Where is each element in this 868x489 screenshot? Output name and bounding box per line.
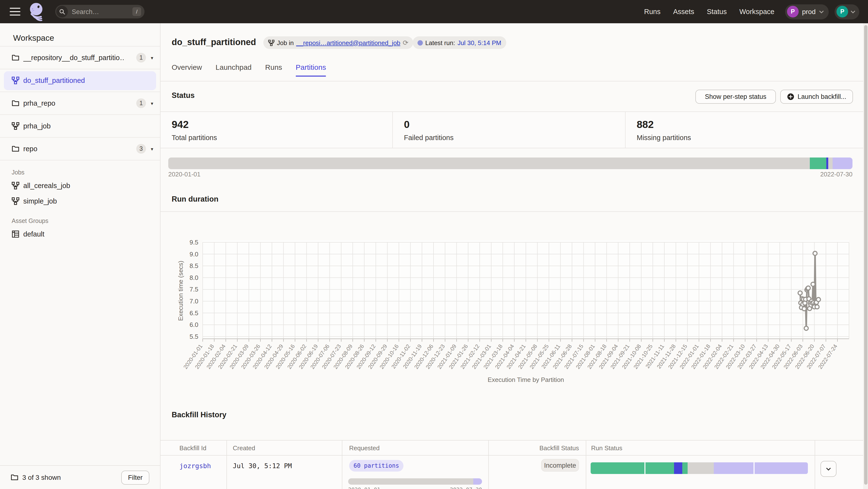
job-origin-tag: Job in __reposi…artitioned@partitioned_j… (263, 36, 413, 49)
filter-button[interactable]: Filter (121, 470, 149, 484)
sidebar-footer: 3 of 3 shown Filter (0, 465, 160, 489)
column-divider (815, 441, 815, 489)
caret-down-icon[interactable]: ▾ (151, 146, 153, 152)
hamburger-menu-icon[interactable] (10, 8, 20, 15)
col-header-run-status: Run Status (591, 445, 622, 452)
job-tag-link[interactable]: __reposi…artitioned@partitioned_job (296, 39, 400, 46)
bar-segment (714, 462, 753, 474)
data-point[interactable] (802, 307, 806, 311)
deployment-switcher[interactable]: P prod (785, 4, 829, 19)
sidebar-jobs-list: all_cereals_jobsimple_job (0, 178, 160, 209)
requested-partitions-bar (348, 478, 482, 485)
tab-partitions[interactable]: Partitions (296, 63, 326, 76)
plus-circle-icon (787, 93, 794, 100)
stat-label: Missing partitions (637, 134, 868, 141)
caret-down-icon[interactable]: ▾ (151, 101, 153, 106)
nav-link-assets[interactable]: Assets (673, 8, 694, 15)
backfill-id-link[interactable]: jozrgsbh (179, 462, 211, 469)
tab-launchpad[interactable]: Launchpad (216, 63, 252, 76)
user-menu[interactable]: P (835, 4, 859, 19)
search-placeholder: Search… (72, 8, 132, 15)
data-point[interactable] (798, 291, 802, 295)
tab-overview[interactable]: Overview (172, 63, 202, 76)
run-status-bar[interactable] (591, 462, 808, 474)
sidebar-item-prha_repo[interactable]: prha_repo1▾ (0, 92, 160, 115)
nav-link-status[interactable]: Status (707, 8, 727, 15)
chevron-down-icon (819, 10, 824, 13)
repo-count-badge: 1 (136, 98, 146, 108)
asset-group-icon (12, 230, 20, 238)
show-per-step-status-button[interactable]: Show per-step status (695, 90, 776, 104)
repos-shown-count: 3 of 3 shown (22, 474, 61, 481)
data-point[interactable] (811, 282, 815, 286)
y-tick-label: 7.0 (190, 298, 198, 305)
status-heading: Status (172, 91, 195, 100)
bar-segment (645, 462, 674, 474)
bar-segment (828, 158, 833, 169)
launch-backfill-button[interactable]: Launch backfill... (780, 90, 853, 104)
folder-icon (12, 145, 20, 153)
sidebar-item-label: repo (23, 145, 37, 153)
data-point[interactable] (806, 286, 810, 290)
expand-row-button[interactable] (820, 461, 836, 477)
tab-runs[interactable]: Runs (265, 63, 282, 76)
folder-icon (12, 54, 20, 62)
sidebar-title: Workspace (0, 23, 160, 46)
folder-icon (11, 474, 19, 481)
search-input[interactable]: Search… / (55, 5, 145, 19)
bar-segment (682, 462, 688, 474)
backfill-history-table: Backfill Id Created Requested Backfill S… (160, 440, 868, 489)
sidebar-asset-group-default[interactable]: default (0, 226, 160, 242)
show-per-step-status-label: Show per-step status (705, 93, 767, 100)
repo-count-badge: 1 (136, 53, 146, 63)
sidebar-item-label: __repository__do_stuff_partitio… (23, 54, 125, 62)
data-point[interactable] (815, 305, 819, 309)
page-scrollbar[interactable] (863, 23, 868, 489)
asset-groups-section-label: Asset Groups (0, 209, 160, 226)
scrollbar-thumb[interactable] (864, 25, 867, 485)
bar-segment (591, 462, 645, 474)
deployment-name: prod (802, 8, 816, 15)
deployment-avatar: P (787, 6, 799, 18)
job-icon (12, 122, 20, 130)
execution-time-chart: 2020-01-012020-01-182020-02-042020-02-21… (160, 213, 863, 388)
col-header-backfill-status: Backfill Status (488, 445, 579, 452)
x-axis-title: Execution Time by Partition (488, 376, 564, 383)
sidebar-job-simple_job[interactable]: simple_job (0, 193, 160, 209)
data-point[interactable] (804, 326, 808, 330)
refresh-icon[interactable]: ⟳ (403, 39, 408, 46)
stat-value: 882 (637, 119, 868, 130)
sidebar-item-prha_job[interactable]: prha_job (0, 115, 160, 138)
job-icon (12, 76, 20, 84)
nav-link-workspace[interactable]: Workspace (739, 8, 774, 15)
sidebar-item-do_stuff_partitioned[interactable]: do_stuff_partitioned (0, 69, 160, 92)
stat-value: 0 (404, 119, 625, 130)
latest-run-link[interactable]: Jul 30, 5:14 PM (458, 39, 501, 46)
launch-backfill-label: Launch backfill... (798, 93, 846, 100)
workspace-sidebar: Workspace __repository__do_stuff_partiti… (0, 23, 160, 489)
tabs-divider (160, 81, 868, 82)
job-icon (12, 182, 20, 190)
requested-bar-end-date: 2022-07-30 (450, 487, 482, 489)
requested-partitions-badge[interactable]: 60 partitions (349, 460, 403, 471)
column-divider (342, 441, 342, 489)
dagster-logo-icon[interactable] (28, 2, 46, 21)
sidebar-job-all_cereals_job[interactable]: all_cereals_job (0, 178, 160, 193)
partition-bar-end-date: 2022-07-30 (820, 171, 852, 178)
partition-status-bar[interactable] (168, 158, 852, 169)
caret-down-icon[interactable]: ▾ (151, 55, 153, 60)
chevron-down-icon (826, 467, 831, 471)
data-point[interactable] (813, 251, 817, 255)
nav-link-runs[interactable]: Runs (644, 8, 660, 15)
data-point[interactable] (816, 298, 820, 302)
sidebar-item-label: simple_job (23, 197, 57, 205)
sidebar-item-label: prha_repo (23, 99, 55, 107)
y-tick-label: 8.0 (190, 274, 198, 281)
col-header-backfill-id: Backfill Id (179, 445, 206, 452)
stat-failed-partitions: 0Failed partitions (393, 112, 625, 148)
sidebar-item-repo[interactable]: repo3▾ (0, 138, 160, 160)
latest-run-label: Latest run: (425, 39, 455, 46)
sidebar-item-__repository__do_stuff_partitio[interactable]: __repository__do_stuff_partitio…1▾ (0, 46, 160, 69)
job-icon (268, 39, 275, 46)
stat-label: Failed partitions (404, 134, 625, 141)
